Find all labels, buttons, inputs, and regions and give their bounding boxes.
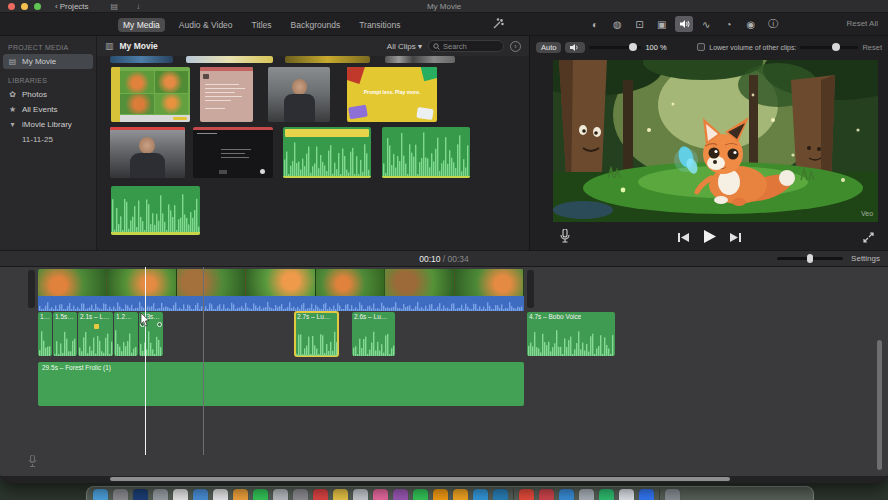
sidebar-item-photos[interactable]: ✿ Photos (0, 87, 96, 102)
timeline-horizontal-scrollbar[interactable] (110, 477, 730, 481)
timeline-vertical-scrollbar[interactable] (877, 340, 882, 470)
tab-titles[interactable]: Titles (247, 18, 277, 32)
dock-app-icon[interactable] (333, 489, 348, 500)
volume-icon[interactable] (675, 16, 693, 32)
lower-volume-knob[interactable] (832, 43, 840, 51)
media-thumbnail-terminal[interactable] (193, 127, 273, 178)
dock-app-icon[interactable] (433, 489, 448, 500)
dock-app-icon[interactable] (373, 489, 388, 500)
dock-app-icon[interactable] (539, 489, 554, 500)
auto-volume-button[interactable]: Auto (536, 42, 561, 53)
dock-app-icon[interactable] (665, 489, 680, 500)
media-thumbnail-webcam-2[interactable] (110, 127, 185, 178)
playhead[interactable] (145, 267, 146, 455)
speed-icon[interactable]: ◔ (720, 16, 738, 32)
audio-clip-6-selected[interactable]: 2.7s – Lu… (295, 312, 338, 356)
dock-app-icon[interactable] (193, 489, 208, 500)
enhance-wand-icon[interactable] (491, 17, 504, 35)
dock-app-icon[interactable] (213, 489, 228, 500)
tab-audio-video[interactable]: Audio & Video (174, 18, 238, 32)
media-thumbnail-webcam[interactable] (268, 67, 330, 122)
dock-app-icon[interactable] (393, 489, 408, 500)
dock-app-icon[interactable] (173, 489, 188, 500)
dock-app-icon[interactable] (93, 489, 108, 500)
clip-filter-icon[interactable]: ◉ (742, 16, 760, 32)
media-thumbnail-audio-1[interactable] (283, 127, 371, 178)
audio-clip-2[interactable]: 1.5s… (53, 312, 77, 356)
audio-clip-3[interactable]: 2.1s – L… (78, 312, 113, 356)
video-audio-waveform[interactable] (38, 296, 524, 311)
video-preview[interactable]: Veo (553, 60, 878, 222)
dock-app-icon[interactable] (453, 489, 468, 500)
media-thumbnail-promo[interactable]: Prompt less. Play more. (347, 67, 437, 122)
audio-clip-bobo-voice[interactable]: 4.7s – Bobo Voice (527, 312, 615, 356)
clip-info-icon[interactable]: ⓘ (764, 16, 782, 32)
color-correction-icon[interactable]: ◐ (586, 16, 604, 32)
tab-my-media[interactable]: My Media (118, 18, 165, 32)
dock-app-icon[interactable] (233, 489, 248, 500)
timeline[interactable]: 1… 1.5s… 2.1s – L… 1.2… 1.3s… 2.7s – Lu…… (0, 267, 888, 476)
dock-app-icon[interactable] (293, 489, 308, 500)
dock[interactable] (86, 486, 814, 500)
video-clip-filmstrip[interactable] (38, 269, 524, 296)
timeline-settings-button[interactable]: Settings (851, 254, 880, 263)
search-input[interactable]: Search (428, 40, 504, 52)
timeline-zoom-knob[interactable] (807, 254, 813, 263)
dock-app-icon[interactable] (559, 489, 574, 500)
trim-handle-right[interactable] (527, 270, 534, 308)
fade-handle[interactable] (157, 322, 162, 327)
audio-clip-7[interactable]: 2.6s – Lu… (352, 312, 395, 356)
dock-app-icon[interactable] (273, 489, 288, 500)
mute-button[interactable] (565, 42, 585, 53)
media-thumbnail-audio-2[interactable] (382, 127, 470, 178)
crop-icon[interactable]: ⊡ (631, 16, 649, 32)
volume-slider[interactable] (589, 46, 641, 49)
sidebar-item-all-events[interactable]: ★ All Events (0, 102, 96, 117)
reset-button[interactable]: Reset (862, 43, 882, 52)
chevron-down-icon[interactable]: ▾ (8, 120, 17, 129)
dock-app-icon[interactable] (519, 489, 534, 500)
audio-clip-1[interactable]: 1… (38, 312, 52, 356)
media-thumbnail-fox-collage[interactable] (111, 67, 190, 122)
sidebar-item-my-movie[interactable]: ▤ My Movie (3, 54, 93, 69)
audio-clip-4[interactable]: 1.2… (114, 312, 138, 356)
reset-all-button[interactable]: Reset All (846, 19, 878, 28)
music-clip-forest-frolic[interactable]: 29.5s – Forest Frolic (1) (38, 362, 524, 406)
media-thumbnail[interactable] (285, 56, 370, 63)
media-thumbnail-document[interactable] (200, 67, 253, 122)
dock-app-icon[interactable] (113, 489, 128, 500)
stabilization-icon[interactable]: ▣ (653, 16, 671, 32)
volume-slider-knob[interactable] (629, 43, 637, 51)
fullscreen-icon[interactable] (863, 229, 874, 247)
tab-transitions[interactable]: Transitions (354, 18, 405, 32)
dock-app-icon[interactable] (133, 489, 148, 500)
sidebar-item-imovie-library[interactable]: ▾ iMovie Library (0, 117, 96, 132)
dock-app-icon[interactable] (153, 489, 168, 500)
timeline-zoom-slider[interactable] (777, 257, 843, 260)
lower-volume-checkbox[interactable] (697, 43, 705, 51)
next-frame-button[interactable] (730, 229, 741, 247)
media-thumbnail[interactable] (110, 56, 173, 63)
previous-frame-button[interactable] (678, 229, 689, 247)
media-thumbnail[interactable] (385, 56, 455, 63)
dock-app-icon[interactable] (413, 489, 428, 500)
trim-handle-left[interactable] (28, 270, 35, 308)
media-thumbnail[interactable] (186, 56, 273, 63)
tab-backgrounds[interactable]: Backgrounds (286, 18, 346, 32)
dock-app-icon[interactable] (619, 489, 634, 500)
browser-settings-icon[interactable]: › (510, 41, 521, 52)
noise-reduction-icon[interactable]: ∿ (697, 16, 715, 32)
dock-app-icon[interactable] (493, 489, 508, 500)
color-balance-icon[interactable]: ◍ (608, 16, 626, 32)
dock-app-icon[interactable] (639, 489, 654, 500)
sidebar-toggle-icon[interactable]: ▥ (105, 41, 114, 51)
lower-volume-slider[interactable] (800, 46, 858, 49)
dock-app-icon[interactable] (253, 489, 268, 500)
dock-app-icon[interactable] (473, 489, 488, 500)
timeline-voiceover-icon[interactable] (28, 453, 37, 471)
dock-app-icon[interactable] (579, 489, 594, 500)
dock-app-icon[interactable] (313, 489, 328, 500)
dock-app-icon[interactable] (599, 489, 614, 500)
clip-filter-dropdown[interactable]: All Clips ▾ (387, 42, 422, 51)
dock-app-icon[interactable] (353, 489, 368, 500)
